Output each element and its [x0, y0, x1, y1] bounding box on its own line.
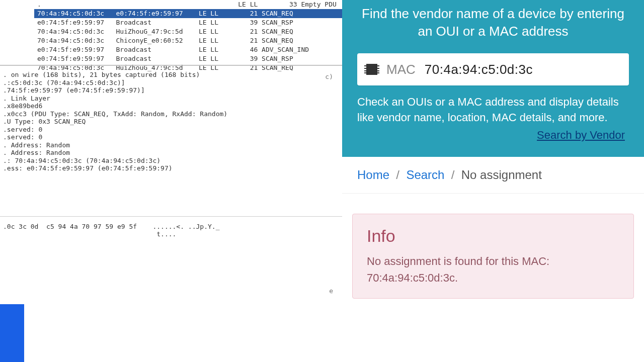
packet-row[interactable]: 70:4a:94:c5:0d:3c ChiconyE_e0:60:52 LE L… — [34, 36, 342, 45]
detail-line: .ess: e0:74:5f:e9:59:97 (e0:74:5f:e9:59:… — [3, 164, 339, 172]
detail-line: .U Type: 0x3 SCAN_REQ — [3, 118, 339, 126]
hero: Find the vendor name of a device by ente… — [342, 0, 644, 157]
mac-lookup-page: Find the vendor name of a device by ente… — [342, 0, 644, 362]
aux-text: c) — [325, 73, 333, 81]
breadcrumb-sep: / — [393, 168, 407, 182]
detail-line: . Address: Random — [3, 141, 339, 149]
breadcrumb-current: No assignment — [461, 168, 542, 182]
detail-line: .x0cc3 (PDU Type: SCAN_REQ, TxAdd: Rando… — [3, 110, 339, 118]
hex-line: .0c 3c 0d c5 94 4a 70 97 59 e9 5f ......… — [3, 223, 339, 230]
info-title: Info — [367, 226, 619, 246]
breadcrumb-home[interactable]: Home — [357, 168, 389, 182]
search-by-vendor-link[interactable]: Search by Vendor — [357, 129, 629, 142]
detail-line: . Address: Random — [3, 149, 339, 157]
chip-icon — [366, 64, 377, 75]
breadcrumb-search[interactable]: Search — [406, 168, 444, 182]
mac-search-input[interactable]: 70:4a:94:c5:0d:3c — [425, 62, 533, 77]
mac-search-bar[interactable]: MAC 70:4a:94:c5:0d:3c — [357, 53, 629, 85]
root: . LE LL 33 Empty PDU 70:4a:94:c5:0d:3c e… — [0, 0, 644, 362]
packet-detail-pane[interactable]: c) . on wire (168 bits), 21 bytes captur… — [0, 65, 342, 216]
info-body: No assignment is found for this MAC: 70:… — [367, 253, 619, 286]
detail-line: .:c5:0d:3c (70:4a:94:c5:0d:3c)] — [3, 79, 339, 87]
packet-list[interactable]: . LE LL 33 Empty PDU 70:4a:94:c5:0d:3c e… — [0, 0, 342, 65]
detail-line: . on wire (168 bits), 21 bytes captured … — [3, 71, 339, 79]
mac-label: MAC — [386, 62, 416, 77]
packet-row[interactable]: 70:4a:94:c5:0d:3c HuiZhouG_47:9c:5d LE L… — [34, 27, 342, 36]
breadcrumb: Home / Search / No assignment — [342, 157, 644, 194]
detail-line: .x8e89bed6 — [3, 102, 339, 110]
detail-line: . Link Layer — [3, 95, 339, 103]
packet-row[interactable]: . LE LL 33 Empty PDU — [34, 0, 342, 9]
hero-subtitle: Check an OUIs or a MAC address and displ… — [357, 95, 629, 126]
blue-strip — [0, 304, 24, 362]
hex-line: t.... — [3, 230, 339, 238]
packet-analyzer: . LE LL 33 Empty PDU 70:4a:94:c5:0d:3c e… — [0, 0, 342, 362]
detail-line: .served: 0 — [3, 126, 339, 134]
packet-row-selected[interactable]: 70:4a:94:c5:0d:3c e0:74:5f:e9:59:97 LE L… — [34, 9, 342, 18]
detail-line: .: 70:4a:94:c5:0d:3c (70:4a:94:c5:0d:3c) — [3, 157, 339, 165]
info-card: Info No assignment is found for this MAC… — [352, 214, 634, 299]
packet-row[interactable]: e0:74:5f:e9:59:97 Broadcast LE LL 39 SCA… — [34, 18, 342, 27]
hex-pane[interactable]: .0c 3c 0d c5 94 4a 70 97 59 e9 5f ......… — [0, 216, 342, 362]
breadcrumb-sep: / — [448, 168, 461, 182]
packet-row[interactable]: e0:74:5f:e9:59:97 Broadcast LE LL 46 ADV… — [34, 45, 342, 54]
detail-line: .74:5f:e9:59:97 (e0:74:5f:e9:59:97)] — [3, 86, 339, 95]
packet-row[interactable]: e0:74:5f:e9:59:97 Broadcast LE LL 39 SCA… — [34, 54, 342, 63]
aux-text: e — [329, 287, 333, 295]
detail-line: .served: 0 — [3, 133, 339, 141]
hero-title: Find the vendor name of a device by ente… — [357, 5, 629, 40]
